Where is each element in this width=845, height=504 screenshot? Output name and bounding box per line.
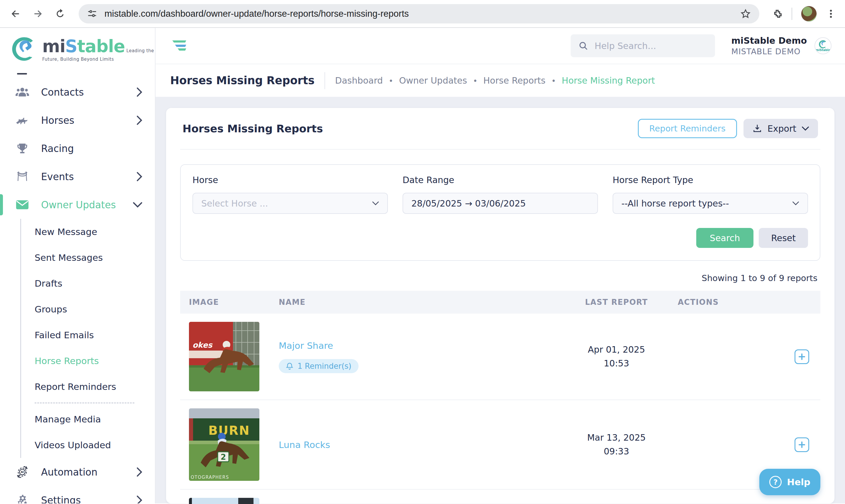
submenu-item-drafts[interactable]: Drafts [35,270,155,296]
horse-name-cell: Major Share 1 Reminder(s) [268,340,568,373]
browser-back-icon[interactable] [9,7,22,20]
date-range-filter-label: Date Range [402,175,598,185]
horse-photo: BURN 2 OTOGRAPHERS [189,408,259,481]
title-divider [324,72,325,89]
submenu-item-report-reminders[interactable]: Report Reminders [35,374,155,399]
gears-icon [15,493,30,503]
address-bar[interactable]: mistable.com/dashboard/owner-update/hors… [79,4,759,23]
app-logo-mark-icon [10,35,38,63]
download-icon [752,124,762,133]
submenu-item-sent-messages[interactable]: Sent Messages [35,245,155,270]
sidebar-item-racing[interactable]: Racing [0,134,155,163]
breadcrumb-dashboard[interactable]: Dashboard [335,75,383,86]
chevron-right-icon [136,467,143,477]
menu-toggle-icon[interactable] [170,39,188,52]
horse-select-placeholder: Select Horse ... [201,198,268,209]
search-button[interactable]: Search [696,228,753,248]
submenu-item-failed-emails[interactable]: Failed Emails [35,322,155,348]
horse-name-link[interactable]: Luna Rocks [279,439,330,450]
app-logo-wordmark: miStable [42,36,125,56]
browser-reload-icon[interactable] [53,7,67,20]
date-range-value: 28/05/2025 → 03/06/2025 [411,198,526,209]
sidebar-item-settings[interactable]: Settings [0,486,155,503]
sidebar-item-events[interactable]: EVENT Events [0,163,155,191]
filter-date-range: Date Range 28/05/2025 → 03/06/2025 [402,175,598,214]
browser-profile-avatar[interactable] [801,6,817,22]
table-header-row: IMAGE NAME LAST REPORT ACTIONS [180,291,820,313]
browser-toolbar: mistable.com/dashboard/owner-update/hors… [0,0,845,28]
search-icon [578,41,588,51]
horse-select[interactable]: Select Horse ... [193,193,388,214]
browser-menu-icon[interactable] [826,8,836,19]
app-logo[interactable]: miStable Leading the Future, Building Be… [0,28,155,63]
reminder-badge[interactable]: 1 Reminder(s) [279,359,359,373]
toolbar-divider [792,7,792,20]
owner-updates-submenu: New Message Sent Messages Drafts Groups … [20,219,155,458]
automation-ai-icon: AI [15,465,30,479]
help-button[interactable]: ? Help [759,469,820,495]
sidebar-item-label: Settings [41,494,81,504]
horse-icon [15,113,30,127]
page-title-bar: Horses Missing Reports Dashboard Owner U… [156,64,845,97]
breadcrumb-horse-reports[interactable]: Horse Reports [473,75,545,86]
horse-photo [189,498,259,504]
extensions-icon[interactable] [771,8,783,20]
sidebar-item-contacts[interactable]: Contacts [0,78,155,106]
page-title: Horses Missing Reports [170,74,314,87]
sidebar-item-label: Owner Updates [41,199,116,211]
table-row: BURN 2 OTOGRAPHERS [180,400,820,490]
sign-text: BURN [208,423,250,438]
user-info[interactable]: miStable Demo MISTABLE DEMO [732,36,807,56]
sidebar-menu: Contacts Horses [0,78,155,503]
reset-button[interactable]: Reset [759,228,808,248]
card-header: Horses Missing Reports Report Reminders … [180,108,820,150]
chrome-right-controls [771,6,836,22]
bookmark-star-icon[interactable] [740,8,751,19]
user-avatar-logo-text: miStable [816,49,830,52]
submenu-item-horse-reports[interactable]: Horse Reports [35,348,155,374]
chevron-down-icon [372,201,379,206]
sidebar-item-label: Automation [41,466,97,478]
sign-text: okes [193,341,213,349]
sidebar-item-label: Contacts [41,87,84,98]
report-type-filter-label: Horse Report Type [613,175,808,185]
add-report-button[interactable] [794,349,809,364]
sidebar-item-owner-updates[interactable]: Owner Updates [0,191,155,219]
sidebar-item-automation[interactable]: AI Automation [0,458,155,486]
help-search-input[interactable] [595,41,707,51]
add-report-button[interactable] [794,437,809,452]
breadcrumb-owner-updates[interactable]: Owner Updates [389,75,467,86]
export-button[interactable]: Export [743,119,818,138]
sidebar-item-label: Racing [41,143,74,154]
trophy-icon [15,141,30,156]
reports-card: Horses Missing Reports Report Reminders … [166,108,834,503]
date-range-input[interactable]: 28/05/2025 → 03/06/2025 [402,193,598,214]
actions-cell [665,349,820,364]
event-banner-icon: EVENT [15,169,30,184]
chevron-down-icon [132,201,143,208]
breadcrumb-current: Horse Missing Report [551,75,655,86]
user-avatar[interactable]: miStable [814,37,831,54]
table-row: okes Major Share [180,313,820,400]
submenu-item-groups[interactable]: Groups [35,296,155,322]
browser-forward-icon[interactable] [31,7,44,20]
last-report-cell: Apr 01, 2025 10:53 [568,343,665,370]
site-controls-icon[interactable] [87,8,97,19]
chevron-right-icon [136,87,143,97]
url-text[interactable]: mistable.com/dashboard/owner-update/hors… [105,8,409,19]
export-button-label: Export [768,124,796,134]
column-header-image: IMAGE [180,298,268,307]
chevron-right-icon [136,172,143,182]
last-report-time: 10:53 [604,358,629,368]
help-search-box[interactable] [571,34,715,57]
bell-icon [286,362,293,370]
report-reminders-button[interactable]: Report Reminders [638,119,737,138]
horse-name-link[interactable]: Major Share [279,340,333,351]
submenu-item-new-message[interactable]: New Message [35,219,155,245]
report-type-select[interactable]: --All horse report types-- [613,193,808,214]
submenu-item-manage-media[interactable]: Manage Media [35,406,155,432]
card-title: Horses Missing Reports [182,123,323,134]
sidebar-item-horses[interactable]: Horses [0,106,155,134]
horse-filter-label: Horse [193,175,388,185]
submenu-item-videos-uploaded[interactable]: Videos Uploaded [35,432,155,458]
